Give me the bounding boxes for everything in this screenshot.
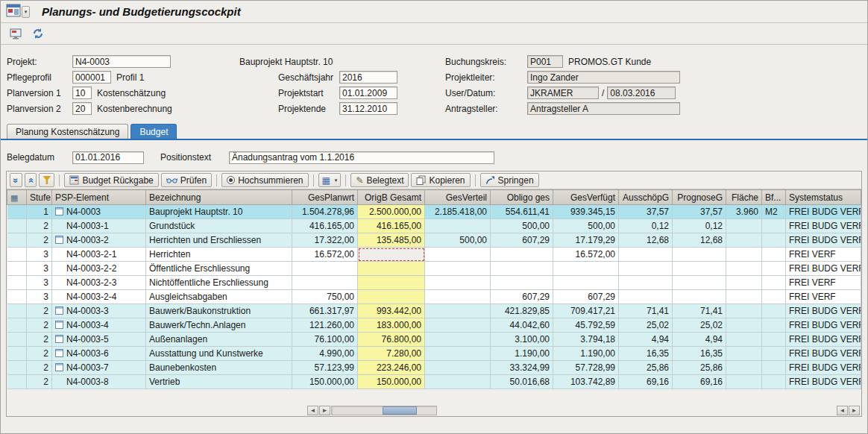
cell-psp[interactable]: N4-0003-2 [52, 233, 146, 248]
projektende-field[interactable]: 31.12.2010 [339, 102, 397, 115]
cell-status[interactable]: FREI BUDG VERF [786, 361, 861, 375]
cell-gesverteil[interactable] [425, 318, 491, 333]
cell-gesverfuegt[interactable] [553, 262, 619, 276]
cell-psp[interactable]: N4-0003-2-3 [52, 276, 146, 290]
cell-bf[interactable] [762, 318, 786, 333]
cell-prognoseg[interactable]: 4,94 [673, 333, 726, 347]
cell-gesverteil[interactable] [425, 262, 491, 276]
positionstext-field[interactable]: Änadungsantrag vom 1.1.2016 [229, 151, 494, 164]
cell-obligo[interactable] [491, 248, 553, 262]
cell-gesverteil[interactable] [425, 361, 491, 375]
cell-origb[interactable] [358, 262, 425, 276]
cell-gesverfuegt[interactable]: 57.728,99 [553, 361, 619, 375]
cell-prognoseg[interactable] [673, 276, 726, 290]
geschaeftsjahr-field[interactable]: 2016 [339, 71, 397, 84]
cell-status[interactable]: FREI BUDG VERF [786, 262, 861, 276]
cell-origb[interactable]: 223.246,00 [358, 361, 425, 375]
cell-bf[interactable] [762, 361, 786, 375]
column-header-psp[interactable]: PSP-Element [52, 190, 146, 205]
cell-gesplanwrt[interactable]: 17.322,00 [292, 233, 358, 248]
cell-bez[interactable]: Bauwerk/Baukonstruktion [146, 304, 292, 318]
cell-origb[interactable]: 993.442,00 [358, 304, 425, 318]
antragsteller-field[interactable]: Antragsteller A [527, 102, 680, 115]
cell-obligo[interactable]: 50.016,68 [491, 375, 553, 389]
cell-gesverteil[interactable] [425, 347, 491, 361]
user-field[interactable]: JKRAMER [527, 87, 599, 99]
cell-obligo[interactable]: 421.829,85 [491, 304, 553, 318]
cell-gesplanwrt[interactable]: 121.260,00 [292, 318, 358, 333]
cell-origb[interactable] [358, 290, 425, 304]
grid-row-N4-0003-1[interactable]: 2N4-0003-1Grundstück416.165,00416.165,00… [7, 219, 861, 233]
cell-sel[interactable] [7, 205, 27, 219]
column-header-gesplanwrt[interactable]: GesPlanwrt [292, 190, 358, 205]
sort-ascending-button[interactable]: » [25, 173, 37, 187]
cell-sel[interactable] [7, 304, 27, 318]
column-header-prognoseg[interactable]: PrognoseG [673, 190, 726, 205]
datum-field[interactable]: 08.03.2016 [607, 87, 676, 99]
buchungskreis-field[interactable]: P001 [527, 55, 563, 68]
cell-flaeche[interactable] [726, 361, 762, 375]
cell-prognoseg[interactable]: 25,86 [673, 361, 726, 375]
cell-bez[interactable]: Herrichten und Erschliessen [146, 233, 292, 248]
cell-obligo[interactable]: 500,00 [491, 219, 553, 233]
cell-psp[interactable]: N4-0003-2-2 [52, 262, 146, 276]
cell-prognoseg[interactable]: 0,12 [673, 219, 726, 233]
cell-origb[interactable]: 416.165,00 [358, 219, 425, 233]
cell-stufe[interactable]: 2 [27, 233, 52, 248]
cell-gesplanwrt[interactable] [292, 262, 358, 276]
cell-obligo[interactable]: 607,29 [491, 290, 553, 304]
cell-ausschoepg[interactable]: 69,16 [619, 375, 673, 389]
cell-gesplanwrt[interactable]: 661.317,97 [292, 304, 358, 318]
sort-descending-button[interactable]: » [10, 173, 22, 187]
cell-obligo[interactable] [491, 276, 553, 290]
cell-obligo[interactable] [491, 262, 553, 276]
cell-stufe[interactable]: 3 [27, 276, 52, 290]
cell-bez[interactable]: Vertrieb [146, 375, 292, 389]
column-header-ausschoepg[interactable]: AusschöpG [619, 190, 673, 205]
cell-flaeche[interactable] [726, 304, 762, 318]
column-header-stufe[interactable]: Stufe [27, 190, 52, 205]
cell-gesverteil[interactable] [425, 333, 491, 347]
grid-row-N4-0003-3[interactable]: 2N4-0003-3Bauwerk/Baukonstruktion661.317… [7, 304, 861, 318]
cell-stufe[interactable]: 2 [27, 375, 52, 389]
cell-stufe[interactable]: 2 [27, 361, 52, 375]
cell-sel[interactable] [7, 290, 27, 304]
pflegeprofil-field[interactable]: 000001 [72, 71, 111, 84]
cell-status[interactable]: FREI BUDG VERF [786, 347, 861, 361]
tab-planung-kostenschaetzung[interactable]: Planung Kostenschätzung [7, 124, 128, 139]
cell-bez[interactable]: Öffentliche Erschliessung [146, 262, 292, 276]
pruefen-button[interactable]: Prüfen [161, 173, 212, 187]
column-header-status[interactable]: Systemstatus [786, 190, 861, 205]
cell-stufe[interactable]: 2 [27, 347, 52, 361]
hscroll-left-button[interactable]: ◄ [307, 406, 318, 415]
cell-sel[interactable] [7, 248, 27, 262]
cell-gesverfuegt[interactable]: 16.572,00 [553, 248, 619, 262]
cell-ausschoepg[interactable] [619, 276, 673, 290]
cell-psp[interactable]: N4-0003-7 [52, 361, 146, 375]
kopieren-button[interactable]: Kopieren [411, 173, 470, 187]
cell-gesplanwrt[interactable]: 16.572,00 [292, 248, 358, 262]
cell-status[interactable]: FREI BUDG VERF [786, 205, 861, 219]
cell-psp[interactable]: N4-0003-5 [52, 333, 146, 347]
filter-button[interactable] [39, 173, 54, 187]
cell-ausschoepg[interactable]: 71,41 [619, 304, 673, 318]
cell-sel[interactable] [7, 262, 27, 276]
cell-gesplanwrt[interactable]: 1.504.278,96 [292, 205, 358, 219]
column-header-obligo[interactable]: Obligo ges [491, 190, 553, 205]
column-header-bf[interactable]: Bf... [762, 190, 786, 205]
cell-prognoseg[interactable]: 69,16 [673, 375, 726, 389]
cell-stufe[interactable]: 2 [27, 304, 52, 318]
cell-bf[interactable] [762, 276, 786, 290]
cell-flaeche[interactable] [726, 219, 762, 233]
cell-prognoseg[interactable]: 16,35 [673, 347, 726, 361]
cell-sel[interactable] [7, 347, 27, 361]
cell-bf[interactable] [762, 290, 786, 304]
cell-origb[interactable]: 76.800,00 [358, 333, 425, 347]
cell-prognoseg[interactable]: 12,68 [673, 233, 726, 248]
column-header-bez[interactable]: Bezeichnung [146, 190, 292, 205]
cell-gesverfuegt[interactable]: 607,29 [553, 290, 619, 304]
cell-ausschoepg[interactable]: 12,68 [619, 233, 673, 248]
cell-gesverfuegt[interactable]: 709.417,21 [553, 304, 619, 318]
cell-bez[interactable]: Grundstück [146, 219, 292, 233]
cell-gesverteil[interactable] [425, 290, 491, 304]
